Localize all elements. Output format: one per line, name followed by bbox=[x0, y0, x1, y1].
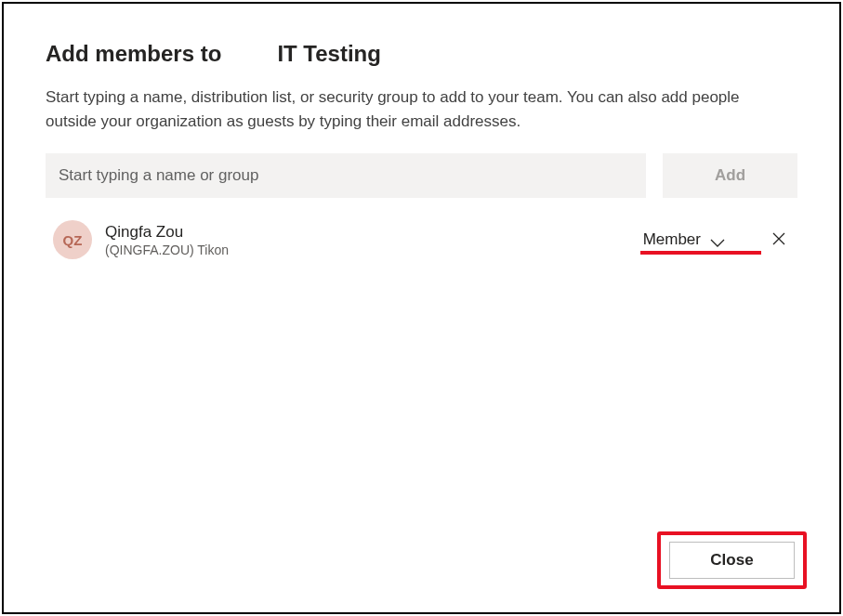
close-button[interactable]: Close bbox=[669, 542, 795, 579]
member-name: Qingfa Zou bbox=[105, 223, 630, 242]
title-team-name: IT Testing bbox=[277, 41, 381, 67]
member-info: Qingfa Zou (QINGFA.ZOU) Tikon bbox=[105, 223, 630, 257]
dialog-title: Add members to IT Testing bbox=[46, 41, 797, 67]
role-dropdown[interactable]: Member bbox=[643, 230, 725, 249]
dialog-description: Start typing a name, distribution list, … bbox=[46, 85, 780, 133]
remove-member-button[interactable] bbox=[766, 227, 792, 253]
add-members-dialog: Add members to IT Testing Start typing a… bbox=[2, 2, 841, 614]
close-icon bbox=[772, 232, 785, 248]
member-subtitle: (QINGFA.ZOU) Tikon bbox=[105, 242, 630, 257]
highlight-underline bbox=[640, 251, 761, 255]
member-search-input[interactable] bbox=[46, 153, 646, 198]
chevron-down-icon bbox=[710, 235, 725, 244]
add-button[interactable]: Add bbox=[663, 153, 797, 198]
title-prefix: Add members to bbox=[46, 41, 221, 67]
member-row: QZ Qingfa Zou (QINGFA.ZOU) Tikon Member bbox=[46, 215, 797, 265]
role-label: Member bbox=[643, 230, 701, 249]
input-row: Add bbox=[46, 153, 797, 198]
avatar: QZ bbox=[53, 220, 92, 259]
close-button-highlight: Close bbox=[657, 531, 807, 589]
